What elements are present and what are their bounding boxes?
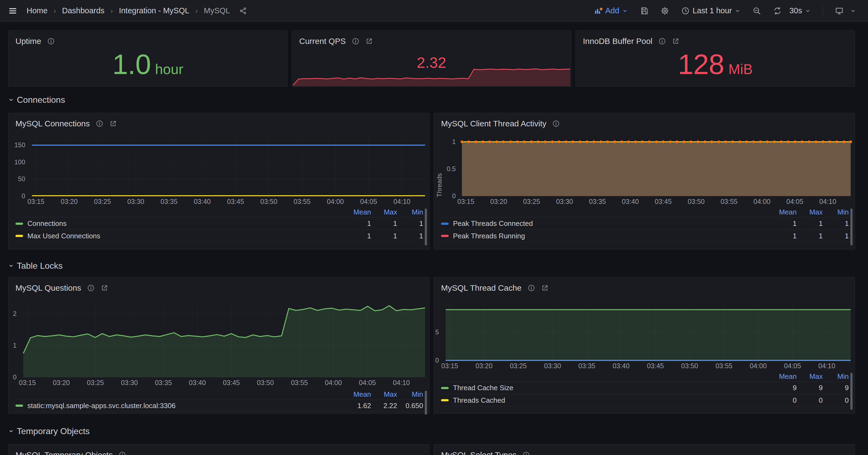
breadcrumb-dashboards[interactable]: Dashboards: [62, 6, 104, 15]
x-axis-tick-label: 03:15: [27, 198, 44, 205]
settings-gear-icon[interactable]: [660, 6, 669, 15]
legend-scrollbar[interactable]: [425, 391, 427, 415]
data-point-marker: [828, 140, 831, 143]
external-link-icon[interactable]: [365, 37, 373, 45]
legend-sort-mean[interactable]: Mean: [345, 208, 371, 216]
legend-row[interactable]: Max Used Connections111: [16, 230, 423, 242]
data-point-marker: [586, 140, 588, 143]
data-point-marker: [724, 140, 727, 143]
info-icon[interactable]: [528, 284, 535, 292]
legend-stat-value: 2.22: [371, 401, 397, 410]
legend-sort-max[interactable]: Max: [797, 208, 823, 216]
x-axis-tick-label: 03:50: [260, 198, 278, 205]
legend-series-swatch: [16, 235, 23, 237]
legend-row[interactable]: Connections111: [16, 217, 423, 230]
info-icon[interactable]: [96, 120, 103, 127]
save-dashboard-icon[interactable]: [640, 6, 649, 15]
legend-sort-min[interactable]: Min: [823, 208, 849, 216]
panel-mysql-thread-cache: MySQL Thread Cache 05 03:1503:2003:2503:…: [434, 277, 855, 414]
data-point-marker: [606, 140, 609, 143]
data-point-marker: [696, 140, 699, 143]
x-axis-tick-label: 03:55: [293, 198, 311, 205]
info-icon[interactable]: [552, 120, 560, 127]
breadcrumb-integration-mysql[interactable]: Integration - MySQL: [119, 6, 189, 15]
legend-row[interactable]: static:mysql.sample-apps.svc.cluster.loc…: [16, 399, 423, 412]
section-temporary-objects[interactable]: Temporary Objects: [8, 425, 90, 437]
refresh-interval-dropdown[interactable]: 30s: [789, 6, 811, 15]
data-point-marker: [488, 140, 491, 143]
thread-cache-chart[interactable]: [445, 302, 851, 360]
info-icon[interactable]: [87, 284, 95, 292]
add-button-label: Add: [606, 6, 620, 15]
legend-row[interactable]: Peak Threads Running111: [441, 230, 849, 242]
data-point-marker: [495, 140, 498, 143]
data-point-marker: [516, 140, 519, 143]
data-point-marker: [565, 140, 567, 143]
panel-mysql-select-types: MySQL Select Types: [434, 444, 855, 455]
add-button[interactable]: Add: [594, 6, 628, 15]
info-icon[interactable]: [658, 37, 666, 45]
time-range-label: Last 1 hour: [692, 6, 732, 15]
legend-scrollbar[interactable]: [850, 208, 852, 246]
legend-stat-value: 9: [797, 384, 823, 392]
legend-scrollbar[interactable]: [425, 208, 427, 246]
connections-chart[interactable]: [31, 138, 426, 196]
legend-sort-min[interactable]: Min: [397, 390, 423, 399]
legend-sort-max[interactable]: Max: [371, 390, 397, 399]
legend-row[interactable]: Threads Cached000: [441, 394, 849, 407]
x-axis-tick-label: 03:25: [510, 362, 527, 370]
info-icon[interactable]: [47, 37, 55, 45]
section-table-locks[interactable]: Table Locks: [8, 260, 63, 272]
legend-sort-mean[interactable]: Mean: [345, 390, 371, 399]
section-connections[interactable]: Connections: [8, 94, 65, 106]
section-title: Table Locks: [17, 261, 63, 271]
x-axis-tick-label: 03:20: [475, 362, 493, 370]
data-point-marker: [676, 140, 678, 143]
zoom-out-icon[interactable]: [752, 6, 761, 15]
kiosk-mode-dropdown[interactable]: [835, 6, 856, 15]
external-link-icon[interactable]: [109, 120, 117, 127]
info-icon[interactable]: [522, 451, 530, 455]
legend-sort-min[interactable]: Min: [823, 372, 849, 381]
top-nav-bar: Home › Dashboards › Integration - MySQL …: [0, 0, 868, 22]
info-icon[interactable]: [119, 451, 126, 455]
legend-row[interactable]: Thread Cache Size999: [441, 382, 849, 394]
uptime-stat-value: 1.0hour: [8, 48, 287, 80]
legend-stat-value: 9: [823, 384, 849, 392]
refresh-icon[interactable]: [773, 6, 782, 15]
questions-chart[interactable]: [23, 303, 426, 377]
legend-sort-max[interactable]: Max: [797, 372, 823, 381]
share-dashboard-icon[interactable]: [239, 7, 247, 14]
legend-scrollbar[interactable]: [850, 373, 852, 410]
x-axis-tick-label: 03:15: [441, 362, 458, 370]
y-axis-tick-label: 1: [441, 138, 456, 145]
x-axis-tick-label: 03:50: [681, 362, 698, 370]
y-axis-tick-label: 100: [8, 158, 25, 166]
thread-activity-chart[interactable]: [461, 138, 851, 196]
data-point-marker: [822, 140, 824, 143]
external-link-icon[interactable]: [101, 284, 108, 292]
legend-sort-mean[interactable]: Mean: [771, 208, 797, 216]
data-point-marker: [814, 140, 817, 143]
data-point-marker: [669, 140, 672, 143]
legend-row[interactable]: Peak Threads Connected111: [441, 217, 849, 230]
external-link-icon[interactable]: [672, 37, 680, 45]
x-axis-tick-label: 03:30: [127, 198, 144, 205]
external-link-icon[interactable]: [541, 284, 549, 292]
chevron-down-icon: [8, 263, 14, 269]
time-range-picker[interactable]: Last 1 hour: [681, 6, 741, 15]
info-icon[interactable]: [352, 37, 360, 45]
legend-sort-mean[interactable]: Mean: [771, 372, 797, 381]
data-point-marker: [745, 140, 748, 143]
breadcrumb-home[interactable]: Home: [27, 6, 48, 15]
y-axis-tick-label: 0: [8, 192, 25, 200]
x-axis-tick-label: 04:00: [753, 198, 771, 205]
legend-sort-min[interactable]: Min: [397, 208, 423, 216]
x-axis-tick-label: 03:50: [257, 379, 274, 387]
data-point-marker: [766, 140, 769, 143]
x-axis-tick-label: 03:30: [121, 379, 138, 387]
legend-sort-max[interactable]: Max: [371, 208, 397, 216]
hamburger-menu-icon[interactable]: [8, 6, 18, 15]
data-point-marker: [710, 140, 713, 143]
y-axis-tick-label: 5: [434, 328, 439, 336]
